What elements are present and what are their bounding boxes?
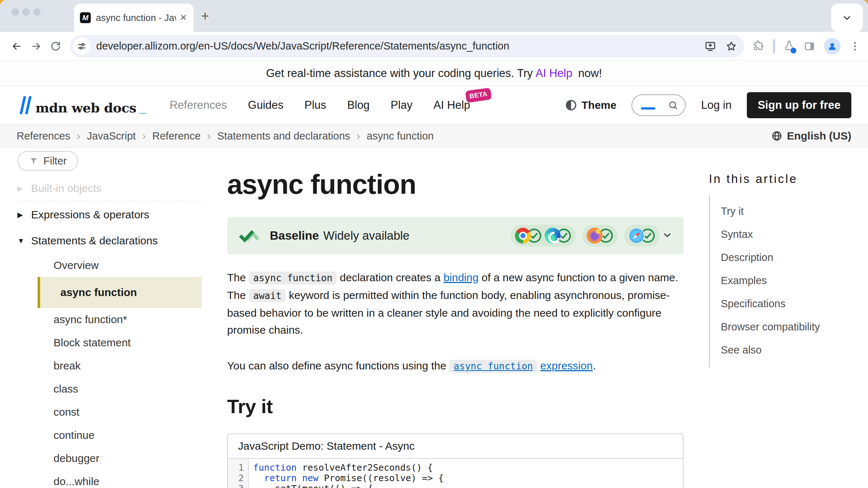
nav-item[interactable]: AI Help BETA	[433, 99, 470, 112]
nav-item-label[interactable]: Blog	[347, 99, 370, 111]
toc-list: Try it Syntax Description Examples Speci…	[709, 195, 854, 367]
filter-funnel-icon	[29, 156, 38, 166]
mdn-logo-text: mdn web docs	[35, 101, 136, 116]
forward-button[interactable]	[28, 38, 44, 54]
toc-link[interactable]: Syntax	[721, 228, 753, 240]
sidebar-item[interactable]: class	[17, 377, 202, 401]
main-nav: References Guides Plus Blog	[170, 99, 470, 112]
breadcrumb-item[interactable]: Reference	[136, 130, 200, 142]
nav-item-label[interactable]: AI Help	[433, 99, 470, 111]
sidebar-item-label: Overview	[54, 259, 99, 271]
nav-item[interactable]: Play	[391, 99, 412, 112]
sidebar-item[interactable]: const	[17, 401, 202, 424]
sidebar-item[interactable]: ▼ Statements & declarations	[17, 228, 202, 254]
language-button[interactable]: English (US)	[771, 130, 851, 142]
browser-support-pill	[624, 225, 660, 247]
sidebar-item[interactable]: ▶ Built-in objects	[17, 176, 202, 202]
search-icon	[668, 100, 678, 111]
filter-button[interactable]: Filter	[17, 151, 78, 171]
code-line: 1 function resolveAfter2Seconds() {	[228, 462, 683, 473]
nav-item-label[interactable]: Guides	[248, 99, 284, 111]
sidebar-item[interactable]: debugger	[17, 447, 202, 470]
signup-button[interactable]: Sign up for free	[747, 92, 851, 118]
toc-link[interactable]: Specifications	[721, 298, 786, 310]
bookmark-star-icon[interactable]	[726, 40, 737, 52]
baseline-expand-button[interactable]	[662, 230, 673, 242]
line-number: 3	[228, 483, 248, 488]
browser-window: M async function - JavaScript | ✕ + deve…	[0, 0, 868, 488]
theme-button[interactable]: Theme	[565, 99, 617, 111]
search-input[interactable]	[631, 94, 686, 116]
side-panel-icon[interactable]	[804, 40, 815, 52]
nav-item-label[interactable]: References	[170, 99, 227, 111]
sidebar-item-label: async function*	[54, 313, 127, 326]
tab-close-icon[interactable]: ✕	[180, 13, 187, 23]
reload-button[interactable]	[48, 38, 64, 54]
nav-item[interactable]: Guides	[248, 99, 284, 112]
baseline-icon	[238, 227, 262, 244]
toc-item: Description	[721, 246, 854, 269]
nav-item[interactable]: Blog	[347, 99, 370, 112]
browser-tab[interactable]: M async function - JavaScript | ✕	[74, 4, 193, 32]
toc-link[interactable]: Examples	[721, 275, 767, 287]
mdn-logo-underscore: _	[139, 101, 146, 116]
back-button[interactable]	[9, 38, 25, 54]
sidebar-item[interactable]: Overview	[17, 254, 202, 277]
login-link[interactable]: Log in	[701, 99, 731, 112]
breadcrumb-bar: References JavaScript Reference Statemen…	[0, 124, 868, 147]
traffic-light-minimize[interactable]	[22, 8, 30, 16]
article-main: async function Baseline Widely available	[227, 150, 684, 488]
breadcrumb: References JavaScript Reference Statemen…	[17, 130, 434, 142]
extensions-icon[interactable]	[753, 40, 765, 52]
toc-link[interactable]: Description	[721, 252, 773, 264]
install-app-icon[interactable]	[705, 40, 716, 52]
sidebar-item[interactable]: async function	[38, 277, 202, 308]
profile-avatar[interactable]	[824, 38, 841, 55]
person-icon	[827, 41, 838, 52]
browser-menu-icon[interactable]	[849, 40, 861, 52]
toc-link[interactable]: See also	[721, 344, 762, 356]
mdn-logo[interactable]: mdn web docs _	[17, 95, 146, 116]
sidebar-item[interactable]: break	[17, 354, 202, 377]
experiments-button[interactable]	[783, 40, 795, 53]
sidebar-item[interactable]: ▶ Expressions & operators	[17, 202, 202, 228]
sidebar-item[interactable]: Block statement	[17, 331, 202, 354]
sidebar-item[interactable]: continue	[17, 424, 202, 447]
site-settings-button[interactable]	[73, 38, 90, 55]
new-tab-button[interactable]: +	[201, 9, 209, 22]
browser-toolbar: developer.allizom.org/en-US/docs/Web/Jav…	[0, 32, 868, 61]
url-text[interactable]: developer.allizom.org/en-US/docs/Web/Jav…	[96, 40, 705, 52]
traffic-light-close[interactable]	[12, 8, 19, 16]
search-caret	[641, 107, 655, 110]
sidebar-item[interactable]: do...while	[17, 470, 202, 488]
line-number: 2	[228, 473, 248, 483]
tab-search-button[interactable]	[831, 4, 863, 32]
nav-item[interactable]: References	[170, 99, 227, 112]
baseline-banner[interactable]: Baseline Widely available	[227, 217, 684, 254]
mdn-favicon: M	[80, 12, 91, 23]
browser-support-pill	[511, 225, 576, 247]
nav-item-label[interactable]: Plus	[305, 99, 326, 111]
line-number: 1	[228, 462, 248, 473]
breadcrumb-item[interactable]: References	[17, 130, 70, 142]
nav-item-label[interactable]: Play	[391, 99, 412, 111]
code-editor[interactable]: 1 function resolveAfter2Seconds() { 2 re…	[228, 459, 683, 488]
toc-link[interactable]: Browser compatibility	[721, 321, 820, 333]
site-header: mdn web docs _ References Guides Plus	[0, 86, 868, 124]
traffic-light-zoom[interactable]	[33, 8, 41, 16]
address-bar[interactable]: developer.allizom.org/en-US/docs/Web/Jav…	[70, 35, 744, 57]
breadcrumb-item[interactable]: Statements and declarations	[201, 130, 350, 142]
nav-item[interactable]: Plus	[305, 99, 326, 112]
sidebar-item-label: continue	[54, 429, 94, 441]
mdn-logo-m-icon	[17, 95, 33, 116]
interactive-demo: JavaScript Demo: Statement - Async 1 fun…	[227, 433, 684, 488]
sidebar-item[interactable]: async function*	[17, 308, 202, 331]
section-arrow-icon: ▶	[17, 184, 31, 193]
browser-support-unit	[515, 228, 542, 244]
breadcrumb-item[interactable]: async function	[350, 130, 434, 142]
toc-link[interactable]: Try it	[721, 205, 744, 217]
breadcrumb-item[interactable]: JavaScript	[70, 130, 136, 142]
toc-sidebar: In this article Try it Syntax Descriptio…	[709, 150, 854, 488]
browser-support-unit	[545, 228, 571, 244]
traffic-lights	[12, 8, 41, 16]
